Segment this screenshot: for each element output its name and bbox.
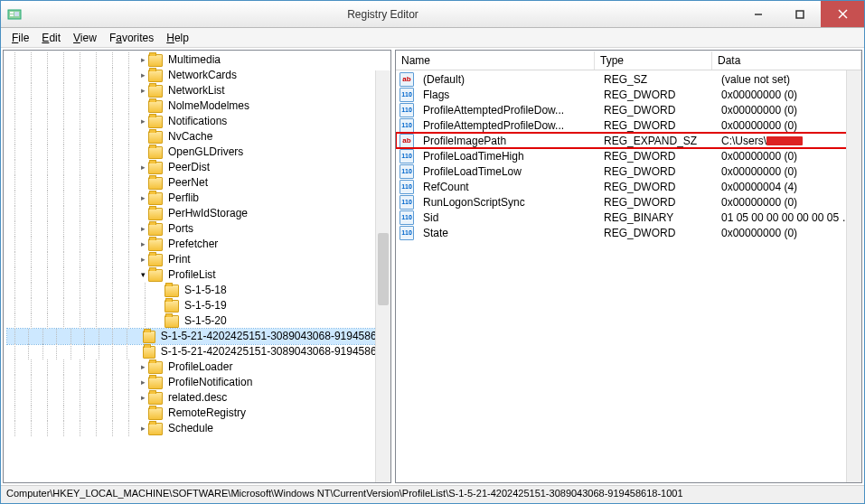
maximize-button[interactable] xyxy=(779,1,821,27)
expand-arrow-icon[interactable] xyxy=(137,86,148,97)
folder-icon xyxy=(148,423,163,435)
tree-item[interactable]: NetworkList xyxy=(7,83,390,98)
tree-item[interactable]: PerHwIdStorage xyxy=(7,206,390,221)
tree-item[interactable]: S-1-5-18 xyxy=(7,283,390,298)
tree-item[interactable]: NvCache xyxy=(7,129,390,145)
value-data: 0x00000000 (0) xyxy=(716,165,861,178)
tree-scrollbar[interactable] xyxy=(375,70,390,482)
value-name: ProfileLoadTimeLow xyxy=(418,165,598,178)
expand-arrow-icon[interactable] xyxy=(137,393,148,404)
expand-arrow-icon[interactable] xyxy=(137,255,148,266)
tree-item[interactable]: related.desc xyxy=(7,390,390,406)
value-name: ProfileImagePath xyxy=(418,135,598,147)
values-pane[interactable]: Name Type Data ab(Default)REG_SZ(value n… xyxy=(395,50,862,483)
value-row[interactable]: 110RefCountREG_DWORD0x00000004 (4) xyxy=(396,179,861,194)
folder-icon xyxy=(148,85,163,98)
binary-value-icon: 110 xyxy=(400,149,414,163)
value-row[interactable]: 110ProfileLoadTimeHighREG_DWORD0x0000000… xyxy=(396,148,861,163)
folder-icon xyxy=(148,116,163,128)
menu-view[interactable]: View xyxy=(68,30,102,46)
value-row[interactable]: 110StateREG_DWORD0x00000000 (0) xyxy=(396,225,861,240)
tree-pane[interactable]: MultimediaNetworkCardsNetworkListNolmeMo… xyxy=(3,50,391,483)
tree-item[interactable]: Notifications xyxy=(7,114,390,129)
expand-arrow-icon[interactable] xyxy=(137,193,148,204)
col-data[interactable]: Data xyxy=(712,51,861,70)
tree-item[interactable]: Ports xyxy=(7,221,390,237)
tree-item[interactable]: Prefetcher xyxy=(7,237,390,252)
col-name[interactable]: Name xyxy=(396,51,595,70)
value-row[interactable]: 110SidREG_BINARY01 05 00 00 00 00 00 05 … xyxy=(396,210,861,225)
titlebar[interactable]: Registry Editor xyxy=(1,1,864,28)
tree-item[interactable]: PeerDist xyxy=(7,160,390,175)
tree-item-label: NolmeModelmes xyxy=(166,98,251,114)
value-row[interactable]: 110ProfileAttemptedProfileDow...REG_DWOR… xyxy=(396,117,861,133)
tree-item[interactable]: S-1-5-20 xyxy=(7,313,390,329)
value-row[interactable]: 110FlagsREG_DWORD0x00000000 (0) xyxy=(396,87,861,102)
tree-item[interactable]: OpenGLDrivers xyxy=(7,145,390,160)
tree-item[interactable]: S-1-5-21-4202425151-3089043068-919458618 xyxy=(7,344,390,359)
tree-item-label: ProfileLoader xyxy=(166,359,234,375)
tree-item[interactable]: Schedule xyxy=(7,421,390,436)
tree-item[interactable]: Multimedia xyxy=(7,52,390,68)
close-button[interactable] xyxy=(821,1,864,27)
tree-item[interactable]: NetworkCards xyxy=(7,68,390,83)
tree-item-label: PeerNet xyxy=(166,175,210,191)
value-row[interactable]: 110ProfileAttemptedProfileDow...REG_DWOR… xyxy=(396,102,861,117)
expand-arrow-icon[interactable] xyxy=(137,270,148,281)
tree-item-label: related.desc xyxy=(166,390,229,406)
expand-arrow-icon[interactable] xyxy=(137,239,148,250)
tree-item[interactable]: PeerNet xyxy=(7,175,390,191)
expand-arrow-icon[interactable] xyxy=(137,55,148,66)
tree-item[interactable]: RemoteRegistry xyxy=(7,406,390,421)
menu-help[interactable]: Help xyxy=(161,30,194,46)
expand-arrow-icon[interactable] xyxy=(137,224,148,235)
values-scrollbar[interactable] xyxy=(846,70,861,482)
expand-arrow-icon[interactable] xyxy=(137,70,148,81)
value-data: 0x00000000 (0) xyxy=(716,104,861,117)
tree-item-label: Ports xyxy=(166,221,195,237)
folder-icon xyxy=(148,131,163,144)
tree-item[interactable]: NolmeModelmes xyxy=(7,98,390,114)
value-name: State xyxy=(418,227,598,239)
tree-item[interactable]: S-1-5-21-4202425151-3089043068-919458618 xyxy=(7,329,390,344)
col-type[interactable]: Type xyxy=(595,51,712,70)
expand-arrow-icon xyxy=(137,178,148,189)
value-type: REG_DWORD xyxy=(598,104,716,117)
svg-rect-3 xyxy=(14,12,19,16)
expand-arrow-icon[interactable] xyxy=(137,163,148,173)
menu-file[interactable]: File xyxy=(6,30,34,46)
value-data: 0x00000000 (0) xyxy=(716,150,861,163)
tree-item[interactable]: S-1-5-19 xyxy=(7,298,390,313)
tree-item[interactable]: ProfileNotification xyxy=(7,375,390,390)
expand-arrow-icon xyxy=(137,209,148,219)
content-area: MultimediaNetworkCardsNetworkListNolmeMo… xyxy=(1,48,864,485)
tree-item[interactable]: ProfileLoader xyxy=(7,359,390,375)
binary-value-icon: 110 xyxy=(400,210,414,225)
value-row[interactable]: 110ProfileLoadTimeLowREG_DWORD0x00000000… xyxy=(396,163,861,179)
tree-item[interactable]: Print xyxy=(7,252,390,267)
folder-icon xyxy=(148,162,163,174)
tree-item[interactable]: Perflib xyxy=(7,191,390,206)
menu-edit[interactable]: Edit xyxy=(36,30,66,46)
window-title: Registry Editor xyxy=(28,8,738,21)
value-name: RefCount xyxy=(418,181,598,193)
tree-item-label: S-1-5-20 xyxy=(183,313,229,329)
expand-arrow-icon[interactable] xyxy=(137,117,148,127)
value-row[interactable]: 110RunLogonScriptSyncREG_DWORD0x00000000… xyxy=(396,194,861,210)
menu-favorites[interactable]: Favorites xyxy=(104,30,159,46)
menubar: File Edit View Favorites Help xyxy=(1,28,864,48)
minimize-button[interactable] xyxy=(738,1,779,27)
tree-item-label: Multimedia xyxy=(166,52,222,68)
tree-item-label: ProfileList xyxy=(166,267,218,283)
value-data: 0x00000000 (0) xyxy=(716,196,861,209)
value-row[interactable]: ab(Default)REG_SZ(value not set) xyxy=(396,71,861,87)
value-row[interactable]: abProfileImagePathREG_EXPAND_SZC:\Users\ xyxy=(396,133,861,148)
expand-arrow-icon[interactable] xyxy=(137,378,148,388)
binary-value-icon: 110 xyxy=(400,164,414,179)
expand-arrow-icon[interactable] xyxy=(137,424,148,434)
tree-item[interactable]: ProfileList xyxy=(7,267,390,283)
value-data: (value not set) xyxy=(716,73,861,86)
tree-item-label: NetworkCards xyxy=(166,68,239,83)
column-headers[interactable]: Name Type Data xyxy=(396,51,861,70)
expand-arrow-icon[interactable] xyxy=(137,362,148,373)
